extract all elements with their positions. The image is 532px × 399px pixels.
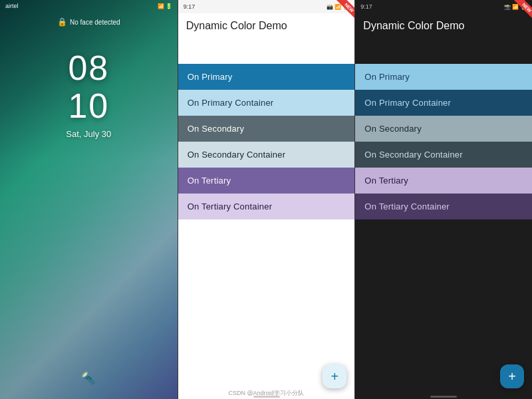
light-spacer (178, 37, 355, 64)
lock-status-bar: airtel 📶 🔋 (0, 0, 178, 12)
dark-corner-badge-text: NEW (513, 0, 532, 21)
dark-corner-badge: NEW (505, 0, 532, 27)
light-app-panel: 9:17 📸 📶 🔋 NEW Dynamic Color Demo On Pri… (178, 0, 355, 399)
no-face-label: No face detected (70, 19, 120, 26)
dark-color-secondary-container[interactable]: On Secondary Container (355, 142, 532, 168)
dark-top-spacer (355, 37, 532, 64)
dark-color-primary[interactable]: On Primary (355, 64, 532, 90)
watermark: CSDN @Android学习小分队 (0, 389, 532, 398)
light-app-wrapper: 9:17 📸 📶 🔋 NEW Dynamic Color Demo On Pri… (178, 0, 355, 399)
battery-icon: 🔋 (166, 3, 172, 9)
corner-badge: NEW (328, 0, 354, 27)
lock-time: 08 10 (0, 49, 178, 125)
corner-badge-text: NEW (336, 0, 355, 21)
light-fab-button[interactable]: + (323, 364, 346, 388)
light-color-tertiary[interactable]: On Tertiary (178, 168, 355, 194)
signal-icon: 📶 (158, 3, 164, 9)
lock-screen-panel: airtel 📶 🔋 🔒 No face detected 08 10 Sat,… (0, 0, 178, 399)
dark-color-tertiary-container[interactable]: On Tertiary Container (355, 194, 532, 219)
lock-date: Sat, July 30 (0, 129, 178, 139)
light-color-primary[interactable]: On Primary (178, 64, 355, 90)
dark-fab-button[interactable]: + (500, 364, 524, 388)
lock-icon: 🔒 (57, 17, 67, 27)
dark-app-title: Dynamic Color Demo (363, 20, 464, 31)
dark-bottom-spacer (355, 219, 532, 358)
dark-color-tertiary[interactable]: On Tertiary (355, 168, 532, 194)
lock-minutes: 10 (0, 87, 178, 125)
lock-hours: 08 (0, 49, 178, 87)
light-color-list: On Primary On Primary Container On Secon… (178, 64, 355, 219)
dark-app-wrapper: 9:17 📸 📶 🔋 NEW Dynamic Color Demo On Pri… (354, 0, 532, 399)
light-app-title: Dynamic Color Demo (186, 20, 287, 31)
dark-color-primary-container[interactable]: On Primary Container (355, 90, 532, 116)
flashlight-icon: 🔦 (81, 371, 96, 386)
light-status-time: 9:17 (184, 3, 196, 10)
dark-app-panel: 9:17 📸 📶 🔋 NEW Dynamic Color Demo On Pri… (354, 0, 532, 399)
carrier-label: airtel (5, 3, 19, 9)
status-icons: 📶 🔋 (158, 3, 172, 9)
lock-face-row: 🔒 No face detected (57, 17, 120, 27)
lock-top-info: 🔒 No face detected (0, 12, 178, 29)
dark-color-list: On Primary On Primary Container On Secon… (355, 64, 532, 219)
lock-bottom: 🔦 (0, 371, 178, 386)
light-color-primary-container[interactable]: On Primary Container (178, 90, 355, 116)
light-color-secondary-container[interactable]: On Secondary Container (178, 142, 355, 168)
light-color-tertiary-container[interactable]: On Tertiary Container (178, 194, 355, 219)
light-bottom-spacer (178, 219, 355, 358)
dark-color-secondary[interactable]: On Secondary (355, 116, 532, 142)
dark-status-time: 9:17 (360, 3, 372, 10)
light-color-secondary[interactable]: On Secondary (178, 116, 355, 142)
